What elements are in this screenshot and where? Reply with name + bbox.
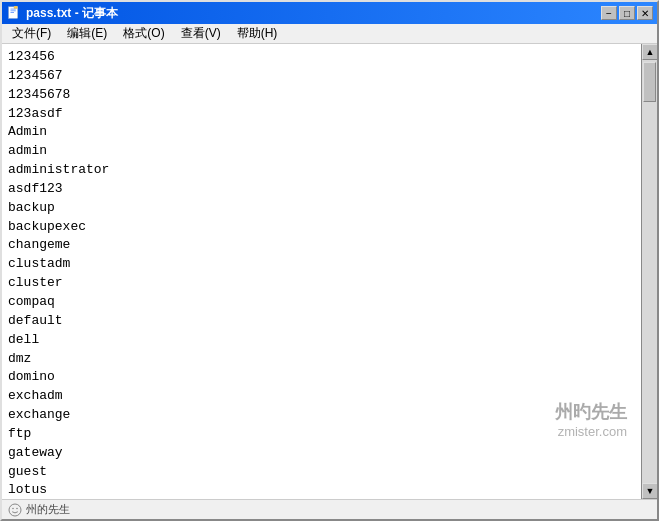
menu-bar: 文件(F) 编辑(E) 格式(O) 查看(V) 帮助(H) (2, 24, 657, 44)
status-bar: 州的先生 (2, 499, 657, 519)
svg-point-5 (9, 504, 21, 516)
svg-rect-4 (14, 6, 18, 9)
window-title: pass.txt - 记事本 (26, 5, 118, 22)
text-editor[interactable] (2, 44, 641, 499)
svg-rect-3 (11, 12, 15, 13)
main-window: pass.txt - 记事本 − □ ✕ 文件(F) 编辑(E) 格式(O) 查… (0, 0, 659, 521)
content-area: 州旳先生 zmister.com ▲ ▼ (2, 44, 657, 499)
menu-help[interactable]: 帮助(H) (229, 23, 286, 44)
status-icon (8, 503, 22, 517)
status-text: 州的先生 (26, 502, 70, 517)
status-item: 州的先生 (8, 502, 70, 517)
menu-format[interactable]: 格式(O) (115, 23, 172, 44)
svg-point-6 (12, 507, 14, 509)
scroll-up-button[interactable]: ▲ (642, 44, 657, 60)
menu-edit[interactable]: 编辑(E) (59, 23, 115, 44)
scroll-track[interactable] (642, 60, 657, 483)
minimize-button[interactable]: − (601, 6, 617, 20)
title-controls: − □ ✕ (601, 6, 653, 20)
notepad-icon (6, 5, 22, 21)
svg-rect-2 (11, 10, 16, 11)
close-button[interactable]: ✕ (637, 6, 653, 20)
title-bar: pass.txt - 记事本 − □ ✕ (2, 2, 657, 24)
scroll-down-button[interactable]: ▼ (642, 483, 657, 499)
title-bar-left: pass.txt - 记事本 (6, 5, 118, 22)
vertical-scrollbar[interactable]: ▲ ▼ (641, 44, 657, 499)
svg-point-7 (16, 507, 18, 509)
scroll-thumb[interactable] (643, 62, 656, 102)
menu-file[interactable]: 文件(F) (4, 23, 59, 44)
maximize-button[interactable]: □ (619, 6, 635, 20)
menu-view[interactable]: 查看(V) (173, 23, 229, 44)
